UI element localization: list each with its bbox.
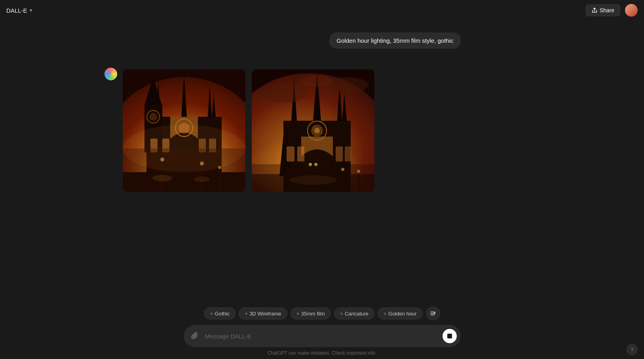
- chip-label-caricature: Caricature: [345, 311, 369, 317]
- svg-rect-43: [287, 146, 294, 161]
- messages-wrapper: Golden hour lighting, 35mm film style, g…: [104, 28, 540, 200]
- chip-label-golden-hour: Golden hour: [388, 311, 417, 317]
- chip-plus-icon: +: [210, 310, 213, 317]
- app-title: DALL-E: [6, 7, 27, 14]
- chip-label-gothic: Gothic: [215, 311, 230, 317]
- cathedral-svg-2: [252, 69, 374, 192]
- ai-avatar: [104, 68, 117, 80]
- svg-rect-45: [336, 146, 343, 161]
- input-container: [184, 325, 461, 347]
- chip-label-3d: 3D Wireframe: [249, 311, 281, 317]
- chip-label-35mm: 35mm film: [301, 311, 325, 317]
- style-chip-golden-hour[interactable]: + Golden hour: [378, 308, 423, 319]
- svg-rect-44: [297, 146, 304, 161]
- style-chip-3d-wireframe[interactable]: + 3D Wireframe: [239, 308, 287, 319]
- user-message: Golden hour lighting, 35mm film style, g…: [329, 32, 460, 49]
- style-chips: + Gothic + 3D Wireframe + 35mm film + Ca…: [204, 307, 440, 320]
- chip-plus-icon-2: +: [245, 310, 248, 317]
- stop-button[interactable]: [443, 329, 457, 343]
- main-content: Golden hour lighting, 35mm film style, g…: [0, 21, 644, 359]
- style-chip-gothic[interactable]: + Gothic: [204, 308, 236, 319]
- header-right: Share: [586, 4, 638, 17]
- chevron-down-icon[interactable]: ▾: [30, 8, 32, 13]
- user-message-row: Golden hour lighting, 35mm film style, g…: [104, 32, 540, 57]
- attach-button[interactable]: [189, 330, 201, 342]
- stop-icon: [447, 334, 452, 338]
- share-button[interactable]: Share: [586, 4, 620, 16]
- generated-image-2[interactable]: [252, 69, 374, 192]
- style-chip-35mm[interactable]: + 35mm film: [291, 308, 331, 319]
- svg-point-59: [301, 75, 333, 87]
- shuffle-button[interactable]: [426, 307, 440, 320]
- chip-plus-icon-3: +: [296, 310, 300, 317]
- message-input[interactable]: [205, 333, 439, 340]
- svg-point-36: [314, 128, 320, 133]
- attach-icon: [191, 332, 199, 340]
- header-left: DALL-E ▾: [6, 7, 32, 14]
- shuffle-icon: [430, 310, 436, 317]
- avatar[interactable]: [625, 4, 638, 17]
- svg-point-13: [149, 113, 157, 121]
- cathedral-svg-1: [123, 69, 245, 192]
- ai-message-row: [104, 66, 540, 192]
- svg-rect-56: [252, 164, 374, 192]
- svg-rect-46: [345, 146, 351, 161]
- images-container: [123, 69, 374, 192]
- svg-point-57: [260, 83, 307, 103]
- footer-note: ChatGPT can make mistakes. Check importa…: [268, 350, 377, 356]
- share-icon: [592, 8, 597, 13]
- generated-image-1[interactable]: [123, 69, 245, 192]
- style-chip-caricature[interactable]: + Caricature: [334, 308, 374, 319]
- chip-plus-icon-4: +: [340, 310, 343, 317]
- chip-plus-icon-5: +: [384, 310, 387, 317]
- header: DALL-E ▾ Share: [0, 0, 644, 21]
- svg-point-29: [123, 125, 245, 172]
- help-button[interactable]: ?: [627, 344, 638, 355]
